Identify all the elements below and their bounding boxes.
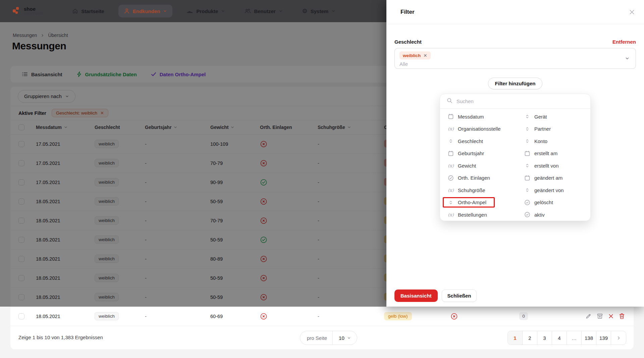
- chevron-down-icon: [331, 9, 335, 13]
- filter-option-konto[interactable]: Konto: [517, 135, 590, 147]
- add-filter-button[interactable]: Filter hinzufügen: [488, 78, 543, 89]
- per-page-label: pro Seite: [300, 335, 332, 341]
- filter-option-erstellt-am[interactable]: erstellt am: [517, 147, 590, 160]
- cell-schuhgroesse: -: [318, 314, 319, 319]
- users-icon: [245, 8, 251, 14]
- calendar-icon: [448, 150, 454, 156]
- page-button-1[interactable]: 1: [508, 331, 523, 345]
- gear-icon: ⚙: [302, 8, 308, 14]
- per-page-value: 10: [339, 335, 344, 341]
- logo-mark-icon: [13, 6, 21, 16]
- nav-item-system[interactable]: ⚙System: [297, 5, 341, 17]
- gender-badge: weiblich: [95, 312, 119, 320]
- chevron-down-icon: [625, 56, 630, 61]
- filter-drawer: Filter Geschlecht Entfernen weiblich ✕ F…: [386, 0, 644, 307]
- home-icon: [72, 8, 78, 14]
- results-summary: Zeige 1 bis 10 von 1,383 Ergebnissen: [18, 334, 103, 340]
- close-icon[interactable]: [629, 9, 635, 15]
- filter-option-ge-ndert-am[interactable]: geändert am: [517, 172, 590, 184]
- filter-option-gewicht[interactable]: (x)Gewicht: [440, 160, 517, 172]
- orders-count-badge: 0: [519, 312, 528, 320]
- filter-option-schuhgr-e[interactable]: (x)Schuhgröße: [440, 184, 517, 196]
- check-circle-icon: [448, 175, 454, 181]
- search-input[interactable]: [457, 98, 584, 104]
- x-circle-icon: [260, 313, 310, 320]
- filter-option-ge-ndert-von[interactable]: geändert von: [517, 184, 590, 196]
- multiselect-input[interactable]: [399, 61, 534, 67]
- row-checkbox[interactable]: [18, 313, 24, 319]
- filter-option-messdatum[interactable]: Messdatum: [440, 110, 517, 123]
- filter-option-orth-einlagen[interactable]: Orth. Einlagen: [440, 172, 517, 184]
- chevron-down-icon: [279, 9, 283, 13]
- page-ellipsis: …: [567, 331, 582, 345]
- dropdown-search: [440, 94, 590, 109]
- edit-button[interactable]: [585, 313, 592, 319]
- basisansicht-button[interactable]: Basisansicht: [394, 289, 438, 302]
- table-row: 18.05.2021weiblich-60-69-gelb (low)0: [10, 307, 634, 326]
- next-page-button[interactable]: [611, 331, 626, 345]
- nav-item-startseite[interactable]: Startseite: [67, 5, 109, 17]
- nav-item-benutzer[interactable]: Benutzer: [239, 5, 288, 17]
- filter-option-aktiv[interactable]: aktiv: [517, 209, 590, 221]
- filter-field-dropdown: MessdatumGerät(x)OrganisationsstellePart…: [440, 94, 591, 221]
- page-button-138[interactable]: 138: [582, 331, 596, 345]
- filter-option-geschlecht[interactable]: Geschlecht: [440, 135, 517, 147]
- sort-icon: [524, 163, 530, 168]
- drawer-footer: Basisansicht Schließen: [386, 289, 644, 307]
- app-logo[interactable]: shoe commerce: [13, 6, 43, 16]
- filter-field-list: MessdatumGerät(x)OrganisationsstellePart…: [440, 109, 590, 221]
- pagination-bar: Zeige 1 bis 10 von 1,383 Ergebnissen pro…: [10, 326, 634, 349]
- geschlecht-multiselect[interactable]: weiblich ✕: [394, 48, 636, 69]
- filter-option-ger-t[interactable]: Gerät: [517, 110, 590, 123]
- sort-icon: [448, 200, 454, 205]
- filter-option-erstellt-von[interactable]: erstellt von: [517, 160, 590, 172]
- filter-option-bestellungen[interactable]: (x)Bestellungen: [440, 209, 517, 221]
- navbar-items: StartseiteEndkundenProdukteBenutzer⚙Syst…: [67, 5, 350, 17]
- filter-option-ortho-ampel[interactable]: Ortho-Ampel: [440, 196, 517, 209]
- logo-text-line1: shoe: [24, 6, 43, 11]
- cell-geburtsjahr: -: [145, 314, 147, 319]
- search-icon: [447, 98, 452, 105]
- nav-item-produkte[interactable]: Produkte: [181, 5, 230, 17]
- sort-icon: [524, 114, 530, 119]
- ampel-badge: gelb (low): [384, 312, 412, 320]
- cell-gewicht: 60-69: [202, 307, 256, 326]
- drawer-title: Filter: [400, 9, 415, 15]
- chevron-down-icon: [221, 9, 225, 13]
- filter-option-geburtsjahr[interactable]: Geburtsjahr: [440, 147, 517, 160]
- sort-icon: [524, 139, 530, 143]
- per-page-select[interactable]: pro Seite 10: [300, 331, 357, 345]
- chip-remove-icon[interactable]: ✕: [423, 53, 427, 58]
- page-button-3[interactable]: 3: [537, 331, 552, 345]
- page-buttons: 1234…138139: [507, 331, 626, 345]
- filter-option-organisationsstelle[interactable]: (x)Organisationsstelle: [440, 123, 517, 135]
- calendar-icon: [524, 150, 530, 156]
- shoe-icon: [186, 8, 193, 14]
- fx-icon: (x): [448, 188, 454, 193]
- logo-text-line2: commerce: [24, 11, 43, 16]
- filter-section-label: Geschlecht: [394, 39, 422, 45]
- delete-button[interactable]: [619, 313, 625, 319]
- fx-icon: (x): [448, 126, 454, 131]
- calendar-icon: [448, 114, 454, 120]
- page-button-139[interactable]: 139: [596, 331, 611, 345]
- archive-button[interactable]: [597, 313, 603, 319]
- selected-value-chip: weiblich ✕: [399, 51, 431, 59]
- page-button-2[interactable]: 2: [523, 331, 537, 345]
- page-button-4[interactable]: 4: [552, 331, 567, 345]
- check-circle-icon: [524, 212, 530, 218]
- filter-option-gel-scht[interactable]: gelöscht: [517, 196, 590, 209]
- drawer-header: Filter: [386, 0, 644, 24]
- schliessen-button[interactable]: Schließen: [442, 289, 477, 302]
- remove-button[interactable]: [608, 313, 614, 319]
- fx-icon: (x): [448, 163, 454, 168]
- sort-icon: [524, 188, 530, 192]
- x-circle-icon: [450, 313, 509, 320]
- calendar-icon: [524, 175, 530, 181]
- chevron-down-icon: [347, 336, 351, 340]
- nav-item-endkunden[interactable]: Endkunden: [118, 5, 173, 17]
- user-icon: [124, 8, 130, 14]
- filter-option-partner[interactable]: Partner: [517, 123, 590, 135]
- remove-filter-link[interactable]: Entfernen: [612, 39, 636, 45]
- sort-icon: [448, 139, 454, 143]
